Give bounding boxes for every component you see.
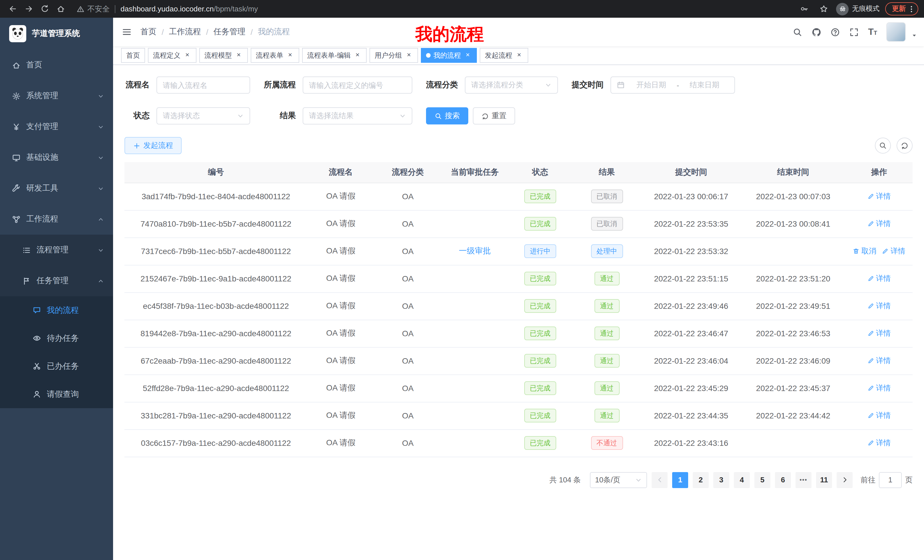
tab-close-icon[interactable]: × [286, 51, 294, 59]
sidebar-item-payment[interactable]: 支付管理 [0, 111, 113, 142]
category-select[interactable]: 请选择流程分类 [465, 76, 558, 94]
filter-submit-time: 提交时间 开始日期 - 结束日期 [572, 76, 735, 94]
detail-link[interactable]: 详情 [867, 356, 891, 366]
sidebar-item-my-process[interactable]: 我的流程 [0, 296, 113, 324]
page-size-select[interactable]: 10条/页 [590, 472, 647, 488]
search-button[interactable]: 搜索 [426, 107, 468, 124]
filter-result: 结果 请选择流结果 [264, 107, 412, 124]
sidebar-item-infrastructure[interactable]: 基础设施 [0, 142, 113, 173]
sidebar-item-task-mgmt[interactable]: 任务管理 [0, 265, 113, 296]
pagination-page-6[interactable]: 6 [775, 472, 791, 488]
cell-current-task [441, 265, 508, 292]
process-definition-field[interactable] [309, 81, 406, 89]
detail-link[interactable]: 详情 [867, 410, 891, 421]
user-avatar[interactable] [886, 22, 906, 42]
sidebar-item-leave-query[interactable]: 请假查询 [0, 380, 113, 408]
sidebar-item-devtools[interactable]: 研发工具 [0, 173, 113, 204]
chevron-up-icon [98, 216, 104, 222]
browser-home-icon[interactable] [54, 2, 68, 16]
url-path: /bpm/task/my [214, 4, 258, 13]
detail-link[interactable]: 详情 [867, 383, 891, 393]
edit-icon [867, 193, 874, 200]
create-process-button[interactable]: 发起流程 [124, 137, 182, 154]
tab-close-icon[interactable]: × [464, 51, 472, 59]
password-key-icon[interactable] [797, 2, 811, 16]
result-tag: 通过 [594, 272, 620, 285]
tab-item[interactable]: 发起流程× [480, 48, 528, 63]
breadcrumb-item[interactable]: 工作流程 [169, 27, 201, 37]
bookmark-star-icon[interactable] [817, 2, 830, 16]
sidebar-item-process-mgmt[interactable]: 流程管理 [0, 235, 113, 265]
pagination-page-4[interactable]: 4 [734, 472, 750, 488]
detail-link[interactable]: 详情 [867, 328, 891, 338]
tab-item[interactable]: 流程表单-编辑× [302, 48, 367, 63]
tab-item[interactable]: 我的流程× [421, 48, 477, 63]
detail-link[interactable]: 详情 [882, 246, 906, 256]
cell-result: 通过 [572, 374, 642, 402]
browser-forward-icon[interactable] [22, 2, 35, 16]
cell-status: 已完成 [508, 374, 572, 402]
detail-link[interactable]: 详情 [867, 273, 891, 284]
pagination-prev-button[interactable] [652, 472, 668, 488]
submit-time-range[interactable]: 开始日期 - 结束日期 [610, 76, 735, 94]
goto-page-input[interactable] [879, 472, 902, 488]
sidebar-toggle-icon[interactable] [113, 27, 141, 37]
sidebar-item-todo-task[interactable]: 待办任务 [0, 324, 113, 352]
pagination-ellipsis[interactable]: ••• [795, 472, 812, 488]
toggle-search-icon[interactable] [875, 138, 891, 154]
sidebar-item-done-task[interactable]: 已办任务 [0, 352, 113, 380]
status-tag: 已完成 [524, 409, 556, 422]
sidebar-item-system[interactable]: 系统管理 [0, 81, 113, 111]
update-button[interactable]: 更新 [885, 2, 918, 15]
annotation-title: 我的流程 [416, 23, 484, 46]
detail-link[interactable]: 详情 [867, 191, 891, 202]
pagination-page-3[interactable]: 3 [713, 472, 729, 488]
address-bar[interactable]: 不安全 dashboard.yudao.iocoder.cn/bpm/task/… [76, 4, 795, 14]
github-icon[interactable] [812, 27, 821, 37]
font-size-icon[interactable]: TT [868, 26, 877, 38]
tab-close-icon[interactable]: × [235, 51, 243, 59]
current-task-link[interactable]: 一级审批 [459, 246, 491, 255]
pagination-page-5[interactable]: 5 [754, 472, 770, 488]
browser-menu-icon[interactable] [908, 5, 915, 13]
avatar-caret-icon[interactable] [911, 33, 917, 38]
process-definition-input[interactable] [303, 76, 412, 94]
fullscreen-icon[interactable] [849, 27, 859, 37]
sidebar-item-workflow[interactable]: 工作流程 [0, 204, 113, 235]
app-logo[interactable]: 芋道管理系统 [0, 18, 113, 49]
header-search-icon[interactable] [793, 27, 802, 37]
not-secure-icon[interactable] [76, 5, 84, 13]
tab-close-icon[interactable]: × [183, 51, 191, 59]
tab-item[interactable]: 用户分组× [369, 48, 418, 63]
tab-item[interactable]: 流程模型× [199, 48, 248, 63]
detail-link[interactable]: 详情 [867, 219, 891, 229]
tab-label: 发起流程 [485, 51, 512, 60]
breadcrumb-item[interactable]: 首页 [141, 27, 156, 37]
tab-item[interactable]: 流程定义× [148, 48, 196, 63]
cancel-link[interactable]: 取消 [853, 246, 876, 256]
detail-link[interactable]: 详情 [867, 438, 891, 448]
tab-close-icon[interactable]: × [354, 51, 362, 59]
table-refresh-icon[interactable] [897, 138, 913, 154]
tab-close-icon[interactable]: × [515, 51, 523, 59]
help-icon[interactable] [830, 27, 840, 37]
breadcrumb-item[interactable]: 任务管理 [214, 27, 246, 37]
pagination-page-2[interactable]: 2 [693, 472, 709, 488]
tab-item[interactable]: 流程表单× [251, 48, 299, 63]
tab-close-icon[interactable]: × [405, 51, 413, 59]
sidebar-item-home[interactable]: 首页 [0, 49, 113, 81]
cell-category: OA [374, 292, 441, 320]
pagination-next-button[interactable] [837, 472, 853, 488]
browser-back-icon[interactable] [6, 2, 20, 16]
detail-link[interactable]: 详情 [867, 301, 891, 311]
browser-reload-icon[interactable] [38, 2, 51, 16]
process-name-field[interactable] [163, 81, 244, 89]
result-select[interactable]: 请选择流结果 [303, 107, 412, 124]
pagination-page-11[interactable]: 11 [816, 472, 832, 488]
reset-button[interactable]: 重置 [473, 107, 515, 124]
pagination-page-1[interactable]: 1 [672, 472, 688, 488]
process-name-input[interactable] [156, 76, 250, 94]
status-select[interactable]: 请选择状态 [156, 107, 250, 124]
tab-item[interactable]: 首页 [121, 48, 145, 63]
process-name-label: 流程名 [124, 80, 150, 90]
